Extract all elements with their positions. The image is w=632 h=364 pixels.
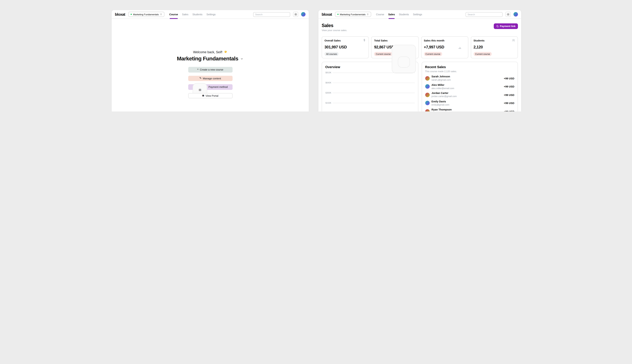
chevrons-up-down-icon <box>160 13 162 15</box>
desktop-canvas: bloxat Marketing Fundamentals CourseSale… <box>0 0 632 112</box>
sale-amount: +99 USD <box>504 110 514 112</box>
sale-row[interactable]: Alex Milleralex.miller@email.com +99 USD <box>425 82 514 90</box>
buyer-email: jordan.carter@gmail.com <box>432 95 457 98</box>
search-input[interactable] <box>466 12 502 17</box>
page-title: Sales <box>322 23 518 28</box>
sale-row[interactable]: Emily Davisemily@gmail.com +99 USD <box>425 99 514 107</box>
course-mini-navbar: bloxat Marketing Fundamentals CourseSale… <box>112 10 309 19</box>
action-icon <box>199 77 202 80</box>
avatar <box>425 76 430 80</box>
sales-lower-grid: Overview $910K$640K$300K$150K$0 <box>322 62 518 112</box>
nav-item[interactable]: Students <box>399 10 409 19</box>
bar-chart-icon <box>458 46 462 49</box>
course-mini-nav-links: CourseSalesStudentsSettings <box>169 10 216 19</box>
recent-sales-title: Recent Sales <box>425 65 514 69</box>
avatar <box>425 84 430 89</box>
course-selector[interactable]: Marketing Fundamentals <box>128 12 164 17</box>
stat-card: Total Sales 92,867 USD Current course <box>371 36 419 58</box>
window-course-dashboard: bloxat Marketing Fundamentals CourseSale… <box>112 10 309 112</box>
course-selector[interactable]: Marketing Fundamentals <box>335 12 371 17</box>
sale-amount: +99 USD <box>504 94 514 96</box>
action-icon <box>197 68 198 71</box>
copy-icon <box>496 25 499 28</box>
recent-sales-subtitle: This course made 2,120 sales. <box>425 70 514 72</box>
course-title[interactable]: Marketing Fundamentals <box>177 56 244 62</box>
recent-sales-card: Recent Sales This course made 2,120 sale… <box>422 62 518 112</box>
sale-row[interactable]: Ryan Thompsonryan@gmail.com +99 USD <box>425 107 514 112</box>
stat-card: Overall Sales 301,997 USD All courses <box>322 36 369 58</box>
theme-toggle-button[interactable] <box>293 12 298 17</box>
sun-icon <box>506 13 510 16</box>
stat-icon <box>512 39 515 42</box>
stat-icon <box>392 45 416 73</box>
stat-badge: Current course <box>424 52 442 56</box>
course-action-button[interactable]: Manage content <box>188 76 232 81</box>
buyer-name: Ryan Thompson <box>432 108 452 112</box>
y-tick-label: $640K <box>326 82 331 84</box>
sale-row[interactable]: Jordan Carterjordan.carter@gmail.com +99… <box>425 90 514 99</box>
course-action-button[interactable]: Create a new course <box>188 67 232 72</box>
y-tick-label: $300K <box>326 92 331 94</box>
avatar[interactable] <box>301 12 306 16</box>
nav-item[interactable]: Course <box>169 10 178 19</box>
chart-y-axis: $910K$640K$300K$150K$0 <box>325 72 332 112</box>
stat-card: Students 2,120 Current course <box>471 36 518 58</box>
course-action-button[interactable]: View Portal <box>188 93 232 98</box>
buyer-email: emily@gmail.com <box>432 104 449 106</box>
nav-item[interactable]: Settings <box>206 10 216 19</box>
bloxat-logo: bloxat <box>322 12 332 16</box>
course-selector-value: Marketing Fundamentals <box>340 13 366 16</box>
buyer-name: Jordan Carter <box>432 92 457 95</box>
stat-card: Sales this month +7,997 USD Current cour… <box>421 36 468 58</box>
chart-bars <box>332 72 414 112</box>
buyer-name: Emily Davis <box>432 100 449 104</box>
stat-icon <box>458 42 466 49</box>
nav-item[interactable]: Course <box>376 10 384 19</box>
recent-sales-list: Sarah Johnsonsarah.j@gmail.com +99 USD A… <box>425 74 514 112</box>
chevrons-up-down-icon <box>367 13 369 15</box>
buyer-email: alex.miller@email.com <box>432 87 454 90</box>
stat-icon <box>363 39 366 42</box>
bloxat-logo: bloxat <box>115 12 125 16</box>
payment-link-button[interactable]: Payment link <box>494 24 518 29</box>
course-selector-value: Marketing Fundamentals <box>133 13 159 16</box>
overview-bar-chart: $910K$640K$300K$150K$0 JanF <box>325 72 414 112</box>
stat-badge: All courses <box>324 52 339 56</box>
course-quick-actions: Create a new course Manage content Payme… <box>188 67 232 98</box>
sales-page: Sales View your course sales. Payment li… <box>318 19 521 112</box>
nav-item[interactable]: Sales <box>182 10 188 19</box>
sale-amount: +99 USD <box>504 102 514 104</box>
course-action-button[interactable]: Payment method <box>188 84 232 90</box>
sale-row[interactable]: Sarah Johnsonsarah.j@gmail.com +99 USD <box>425 74 514 82</box>
buyer-name: Sarah Johnson <box>432 75 451 79</box>
y-tick-label: $910K <box>326 71 331 74</box>
sale-amount: +99 USD <box>504 85 514 88</box>
avatar <box>425 109 430 112</box>
dollar-icon <box>363 39 366 42</box>
search-input[interactable] <box>253 12 290 17</box>
stats-cards: Overall Sales 301,997 USD All courses To… <box>322 36 518 58</box>
theme-toggle-button[interactable] <box>506 12 511 17</box>
chart-plot-area <box>332 72 414 112</box>
nav-item[interactable]: Settings <box>413 10 422 19</box>
stat-badge: Current course <box>474 52 492 56</box>
window-sales-dashboard: bloxat Marketing Fundamentals CourseSale… <box>318 10 521 112</box>
credit-card-icon <box>398 56 410 68</box>
welcome-message: Welcome back, Seif! <box>193 50 227 54</box>
sales-mini-nav-links: CourseSalesStudentsSettings <box>376 10 422 19</box>
buyer-email: sarah.j@gmail.com <box>432 79 451 82</box>
waving-hand-icon <box>224 50 227 54</box>
avatar[interactable] <box>514 12 518 16</box>
stat-badge: Current course <box>374 52 392 56</box>
course-home-content: Welcome back, Seif! Marketing Fundamenta… <box>112 19 309 98</box>
avatar <box>425 101 430 105</box>
y-tick-label: $150K <box>326 102 331 104</box>
course-status-dot <box>130 14 132 15</box>
action-icon <box>202 94 204 97</box>
nav-item[interactable]: Sales <box>388 10 395 19</box>
course-status-dot <box>337 14 339 15</box>
users-icon <box>512 39 515 42</box>
nav-item[interactable]: Students <box>192 10 202 19</box>
buyer-name: Alex Miller <box>432 83 454 87</box>
sale-amount: +99 USD <box>504 77 514 80</box>
